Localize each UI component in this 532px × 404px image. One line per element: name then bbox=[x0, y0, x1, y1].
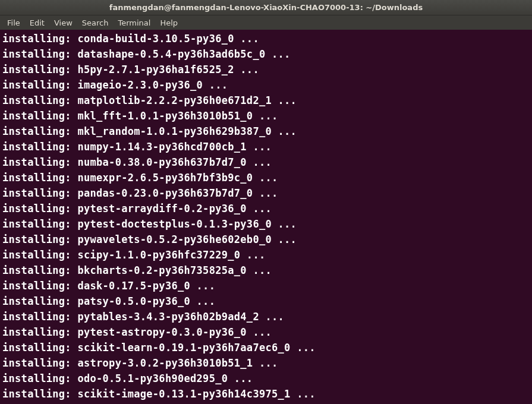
terminal-line: installing: odo-0.5.1-py36h90ed295_0 ... bbox=[2, 371, 530, 386]
terminal-line: installing: patsy-0.5.0-py36_0 ... bbox=[2, 293, 530, 309]
menu-help[interactable]: Help bbox=[155, 17, 182, 29]
terminal-line: installing: pytest-doctestplus-0.1.3-py3… bbox=[2, 216, 530, 232]
terminal-line: installing: dask-0.17.5-py36_0 ... bbox=[2, 278, 530, 293]
terminal-line: installing: pytest-arraydiff-0.2-py36_0 … bbox=[2, 201, 530, 216]
terminal-line: installing: numpy-1.14.3-py36hcd700cb_1 … bbox=[2, 139, 530, 154]
terminal-line: installing: datashape-0.5.4-py36h3ad6b5c… bbox=[2, 46, 530, 62]
menu-file[interactable]: File bbox=[2, 17, 25, 29]
terminal-line: installing: pytables-3.4.3-py36h02b9ad4_… bbox=[2, 309, 530, 324]
terminal-line: installing: bkcharts-0.2-py36h735825a_0 … bbox=[2, 263, 530, 278]
terminal-line: installing: h5py-2.7.1-py36ha1f6525_2 ..… bbox=[2, 62, 530, 77]
terminal-line: installing: pandas-0.23.0-py36h637b7d7_0… bbox=[2, 185, 530, 201]
menu-view[interactable]: View bbox=[49, 17, 77, 29]
terminal-line: installing: numexpr-2.6.5-py36h7bf3b9c_0… bbox=[2, 170, 530, 185]
terminal-line: installing: mkl_random-1.0.1-py36h629b38… bbox=[2, 124, 530, 139]
window-titlebar: fanmengdan@fanmengdan-Lenovo-XiaoXin-CHA… bbox=[0, 0, 532, 15]
terminal-line: installing: pytest-astropy-0.3.0-py36_0 … bbox=[2, 324, 530, 340]
terminal-line: installing: mkl_fft-1.0.1-py36h3010b51_0… bbox=[2, 108, 530, 124]
menubar: File Edit View Search Terminal Help bbox=[0, 15, 532, 30]
window-title: fanmengdan@fanmengdan-Lenovo-XiaoXin-CHA… bbox=[109, 3, 423, 12]
terminal-line: installing: imageio-2.3.0-py36_0 ... bbox=[2, 77, 530, 93]
terminal-line: installing: scipy-1.1.0-py36hfc37229_0 .… bbox=[2, 247, 530, 263]
terminal-line: installing: scikit-image-0.13.1-py36h14c… bbox=[2, 386, 530, 402]
terminal-line: installing: numba-0.38.0-py36h637b7d7_0 … bbox=[2, 154, 530, 170]
terminal-line: installing: matplotlib-2.2.2-py36h0e671d… bbox=[2, 93, 530, 108]
terminal-line: installing: conda-build-3.10.5-py36_0 ..… bbox=[2, 31, 530, 46]
menu-search[interactable]: Search bbox=[77, 17, 114, 29]
menu-edit[interactable]: Edit bbox=[25, 17, 49, 29]
menu-terminal[interactable]: Terminal bbox=[113, 17, 155, 29]
terminal-line: installing: pywavelets-0.5.2-py36he602eb… bbox=[2, 232, 530, 247]
terminal-line: installing: astropy-3.0.2-py36h3010b51_1… bbox=[2, 355, 530, 371]
terminal-output[interactable]: installing: conda-build-3.10.5-py36_0 ..… bbox=[0, 30, 532, 403]
terminal-line: installing: scikit-learn-0.19.1-py36h7aa… bbox=[2, 340, 530, 355]
